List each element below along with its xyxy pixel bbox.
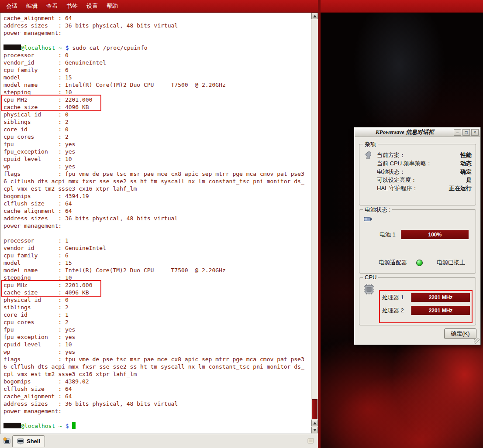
terminal-window[interactable]: cache_alignment : 64address sizes : 36 b… [0, 13, 318, 434]
window-border [318, 0, 321, 448]
dialog-title: KPowersave 信息对话框 [356, 128, 454, 136]
terminal-line: cpu cores : 2 [3, 318, 310, 326]
close-button[interactable]: × [471, 129, 479, 136]
menu-item-settings[interactable]: 设置 [82, 0, 102, 12]
maximize-button[interactable]: □ [462, 129, 470, 136]
battery-group: 电池状态 : 电池 1 100% 电源适配器 电源已接上 [359, 209, 476, 274]
info-label: 当前方案： [377, 151, 405, 159]
prompt-host: @localhost ~ [21, 44, 66, 51]
terminal-line: model name : Intel(R) Core(TM)2 Duo CPU … [3, 81, 310, 89]
terminal-screen: cache_alignment : 64address sizes : 36 b… [3, 14, 310, 430]
terminal-line: bogomips : 4389.02 [3, 378, 310, 385]
menu-item-edit[interactable]: 编辑 [22, 0, 42, 12]
menu-item-session[interactable]: 会话 [2, 0, 22, 12]
misc-group-label: 杂项 [363, 140, 378, 148]
terminal-line: stepping : 10 [3, 274, 310, 281]
terminal-line: flags : fpu vme de pse tsc msr pae mce c… [3, 170, 310, 178]
kpowersave-icon [363, 150, 373, 161]
terminal-line: clflush size : 64 [3, 200, 310, 207]
terminal-line: fpu_exception : yes [3, 333, 310, 341]
terminal-line: clflush size : 64 [3, 385, 310, 393]
info-row-brightness: 可以设定亮度：是 [377, 176, 472, 184]
terminal-line: cpuid level : 10 [3, 341, 310, 348]
battery-level-bar: 100% [401, 230, 469, 239]
redacted-username [3, 423, 21, 428]
prompt-host: @localhost ~ [21, 423, 66, 429]
info-value: 确定 [460, 168, 472, 176]
terminal-line: siblings : 2 [3, 118, 310, 126]
terminal-line: core id : 1 [3, 311, 310, 318]
ok-button[interactable]: 确定(K) [444, 328, 476, 339]
misc-rows: 当前方案：性能当前 CPU 频率策略：动态电池状态：确定可以设定亮度：是HAL … [377, 151, 472, 192]
terminal-line: cpu MHz : 2201.000 [3, 281, 310, 289]
menu-item-help[interactable]: 帮助 [102, 0, 122, 12]
terminal-line: processor : 1 [3, 237, 310, 244]
cpu-frequency-bar: 2201 MHz [411, 293, 470, 302]
battery-percent: 100% [428, 232, 442, 238]
scroll-down-button[interactable] [311, 427, 318, 433]
terminal-line: address sizes : 36 bits physical, 48 bit… [3, 22, 310, 29]
terminal-prompt-line: @localhost ~ $ sudo cat /proc/cpuinfo [3, 44, 310, 51]
terminal-line: siblings : 2 [3, 304, 310, 311]
terminal-line: cache_alignment : 64 [3, 14, 310, 22]
terminal-line: vendor_id : GenuineIntel [3, 59, 310, 66]
misc-group: 杂项 当前方案：性能当前 CPU 频率策略：动态电池状态：确定可以设定亮度：是H… [359, 144, 476, 205]
cpu-frequency-bar: 2201 MHz [411, 306, 470, 315]
info-label: 电池状态： [377, 168, 405, 176]
adapter-row: 电源适配器 电源已接上 [379, 259, 465, 267]
terminal-prompt-line: @localhost ~ $ [3, 422, 310, 430]
terminal-line: model : 15 [3, 74, 310, 81]
minimize-button[interactable]: – [454, 129, 461, 136]
terminal-line: power management: [3, 222, 310, 229]
new-session-button[interactable] [2, 436, 12, 446]
terminal-line: core id : 0 [3, 126, 310, 133]
terminal-line: address sizes : 36 bits physical, 48 bit… [3, 400, 310, 407]
menu-item-bookmarks[interactable]: 书签 [62, 0, 82, 12]
scroll-up-button[interactable] [311, 13, 318, 19]
info-row-battery-state: 电池状态：确定 [377, 168, 472, 176]
dialog-titlebar[interactable]: KPowersave 信息对话框 – □ × [355, 128, 480, 137]
detach-session-button[interactable] [306, 436, 316, 446]
terminal-line: wp : yes [3, 163, 310, 170]
resize-grip[interactable] [474, 338, 480, 344]
terminal-line: cpu MHz : 2201.000 [3, 96, 310, 103]
menu-bar: 会话编辑查看书签设置帮助 [0, 0, 483, 13]
ok-label: 确定( [451, 330, 464, 337]
power-led-icon [416, 260, 423, 266]
terminal-line: cache_alignment : 64 [3, 207, 310, 215]
desktop: 会话编辑查看书签设置帮助 cache_alignment : 64address… [0, 0, 483, 448]
new-terminal-icon [3, 437, 11, 445]
terminal-line [3, 37, 310, 44]
scroll-up-button-bottom[interactable] [311, 420, 318, 426]
terminal-line: fpu : yes [3, 326, 310, 333]
scrollbar-thumb[interactable] [312, 399, 317, 419]
kpowersave-dialog: KPowersave 信息对话框 – □ × 杂项 当前方案：性能当前 CPU … [354, 127, 481, 345]
terminal-line: model name : Intel(R) Core(TM)2 Duo CPU … [3, 267, 310, 274]
info-row-scheme: 当前方案：性能 [377, 151, 472, 159]
terminal-line: cpu family : 6 [3, 252, 310, 259]
terminal-line: address sizes : 36 bits physical, 48 bit… [3, 215, 310, 222]
terminal-line: flags : fpu vme de pse tsc msr pae mce c… [3, 356, 310, 363]
terminal-line [3, 229, 310, 237]
tab-shell[interactable]: Shell [12, 435, 45, 447]
terminal-scrollbar[interactable] [311, 13, 318, 434]
cpu-label: 处理器 2 [382, 307, 407, 315]
terminal-line: cpl vmx est tm2 ssse3 cx16 xtpr lahf_lm [3, 370, 310, 378]
prompt-sigil: $ [66, 44, 72, 51]
info-value: 是 [466, 176, 472, 184]
tab-bar: Shell [0, 434, 318, 448]
battery-group-label: 电池状态 : [363, 206, 392, 214]
terminal-line: 6 clflush dts acpi mmx fxsr sse sse2 ss … [3, 178, 310, 185]
terminal-icon [17, 438, 24, 445]
info-label: 可以设定亮度： [377, 176, 417, 184]
menu-item-view[interactable]: 查看 [42, 0, 62, 12]
tab-label: Shell [27, 438, 40, 445]
info-value: 正在运行 [449, 184, 472, 192]
terminal-line: cpl vmx est tm2 ssse3 cx16 xtpr lahf_lm [3, 185, 310, 192]
terminal-line: model : 15 [3, 259, 310, 267]
terminal-line: physical id : 0 [3, 111, 310, 118]
adapter-label: 电源适配器 [379, 259, 416, 267]
prompt-sigil: $ [66, 423, 72, 429]
terminal-line: power management: [3, 407, 310, 415]
terminal-line: cache size : 4096 KB [3, 103, 310, 111]
